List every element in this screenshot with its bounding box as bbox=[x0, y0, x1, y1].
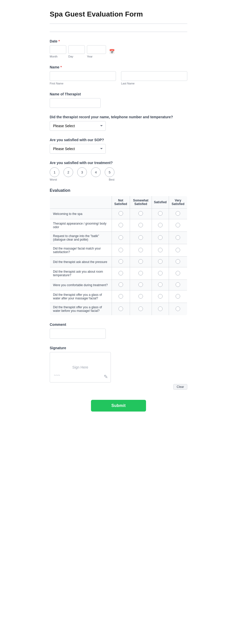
eval-radio-cell[interactable] bbox=[169, 303, 187, 315]
eval-radio-cell[interactable] bbox=[169, 209, 187, 219]
q1-select[interactable]: Please Select Yes No bbox=[50, 121, 106, 131]
eval-radio-cell[interactable] bbox=[130, 303, 152, 315]
eval-radio-cell[interactable] bbox=[112, 232, 130, 244]
radio-circle[interactable] bbox=[138, 211, 143, 216]
radio-circle[interactable] bbox=[118, 211, 123, 216]
radio-circle[interactable] bbox=[118, 282, 123, 287]
eval-radio-cell[interactable] bbox=[152, 219, 169, 232]
eval-radio-cell[interactable] bbox=[152, 209, 169, 219]
radio-circle[interactable] bbox=[138, 294, 143, 299]
submit-button[interactable]: Submit bbox=[91, 400, 146, 412]
radio-circle[interactable] bbox=[118, 259, 123, 264]
rating-item-5: 5 bbox=[105, 167, 114, 177]
signature-canvas[interactable]: ~~~ Sign Here ✎ bbox=[50, 352, 111, 383]
q2-select[interactable]: Please Select Yes No bbox=[50, 144, 106, 154]
eval-radio-cell[interactable] bbox=[112, 219, 130, 232]
eval-radio-cell[interactable] bbox=[169, 257, 187, 267]
eval-radio-cell[interactable] bbox=[130, 244, 152, 257]
rating-circle-2[interactable]: 2 bbox=[63, 167, 73, 177]
radio-circle[interactable] bbox=[176, 211, 180, 216]
last-name-input[interactable] bbox=[121, 71, 187, 81]
rating-circle-1[interactable]: 1 bbox=[50, 167, 59, 177]
rating-circle-4[interactable]: 4 bbox=[91, 167, 101, 177]
radio-circle[interactable] bbox=[158, 271, 163, 275]
eval-radio-cell[interactable] bbox=[152, 244, 169, 257]
name-row: First Name Last Name bbox=[50, 71, 187, 85]
divider bbox=[50, 32, 187, 32]
eval-radio-cell[interactable] bbox=[112, 290, 130, 303]
radio-circle[interactable] bbox=[176, 235, 180, 240]
radio-circle[interactable] bbox=[118, 294, 123, 299]
eval-header-row: Not Satisfied Somewhat Satisfied Satisfi… bbox=[50, 196, 187, 209]
eval-radio-cell[interactable] bbox=[130, 209, 152, 219]
eval-radio-cell[interactable] bbox=[169, 280, 187, 290]
radio-circle[interactable] bbox=[158, 235, 163, 240]
comment-input[interactable] bbox=[50, 329, 106, 339]
eval-radio-cell[interactable] bbox=[112, 209, 130, 219]
radio-circle[interactable] bbox=[138, 271, 143, 275]
radio-circle[interactable] bbox=[138, 282, 143, 287]
eval-row-label: Did the therapist offer you a glass of w… bbox=[50, 303, 112, 315]
eval-radio-cell[interactable] bbox=[152, 232, 169, 244]
radio-circle[interactable] bbox=[118, 223, 123, 227]
rating-item-1: 1 bbox=[50, 167, 59, 177]
radio-circle[interactable] bbox=[138, 235, 143, 240]
radio-circle[interactable] bbox=[158, 306, 163, 311]
radio-circle[interactable] bbox=[118, 248, 123, 252]
name-label: Name * bbox=[50, 65, 187, 69]
rating-worst-label: Worst bbox=[50, 178, 57, 181]
radio-circle[interactable] bbox=[176, 248, 180, 252]
eval-radio-cell[interactable] bbox=[169, 219, 187, 232]
eval-radio-cell[interactable] bbox=[152, 267, 169, 280]
rating-circle-5[interactable]: 5 bbox=[105, 167, 114, 177]
eval-radio-cell[interactable] bbox=[130, 290, 152, 303]
radio-circle[interactable] bbox=[118, 235, 123, 240]
eval-radio-cell[interactable] bbox=[130, 257, 152, 267]
radio-circle[interactable] bbox=[138, 259, 143, 264]
radio-circle[interactable] bbox=[176, 294, 180, 299]
radio-circle[interactable] bbox=[176, 259, 180, 264]
radio-circle[interactable] bbox=[138, 248, 143, 252]
radio-circle[interactable] bbox=[176, 306, 180, 311]
eval-radio-cell[interactable] bbox=[169, 232, 187, 244]
eval-radio-cell[interactable] bbox=[130, 267, 152, 280]
day-input[interactable] bbox=[68, 45, 85, 54]
eval-radio-cell[interactable] bbox=[169, 244, 187, 257]
eval-radio-cell[interactable] bbox=[130, 232, 152, 244]
month-input[interactable] bbox=[50, 45, 66, 54]
first-name-input[interactable] bbox=[50, 71, 116, 81]
radio-circle[interactable] bbox=[158, 223, 163, 227]
radio-circle[interactable] bbox=[176, 282, 180, 287]
eval-radio-cell[interactable] bbox=[152, 303, 169, 315]
eval-radio-cell[interactable] bbox=[112, 267, 130, 280]
eval-radio-cell[interactable] bbox=[152, 257, 169, 267]
comment-section: Comment bbox=[50, 323, 187, 339]
year-input[interactable] bbox=[87, 45, 106, 54]
eval-radio-cell[interactable] bbox=[152, 290, 169, 303]
eval-radio-cell[interactable] bbox=[130, 219, 152, 232]
eval-radio-cell[interactable] bbox=[112, 244, 130, 257]
radio-circle[interactable] bbox=[138, 223, 143, 227]
eval-radio-cell[interactable] bbox=[169, 290, 187, 303]
radio-circle[interactable] bbox=[158, 248, 163, 252]
radio-circle[interactable] bbox=[118, 306, 123, 311]
eval-radio-cell[interactable] bbox=[152, 280, 169, 290]
radio-circle[interactable] bbox=[158, 259, 163, 264]
eval-radio-cell[interactable] bbox=[169, 267, 187, 280]
calendar-icon[interactable]: 📅 bbox=[109, 49, 115, 54]
radio-circle[interactable] bbox=[158, 211, 163, 216]
eval-radio-cell[interactable] bbox=[112, 280, 130, 290]
eval-radio-cell[interactable] bbox=[112, 257, 130, 267]
radio-circle[interactable] bbox=[158, 282, 163, 287]
radio-circle[interactable] bbox=[176, 223, 180, 227]
therapist-input[interactable] bbox=[50, 98, 101, 108]
radio-circle[interactable] bbox=[118, 271, 123, 275]
radio-circle[interactable] bbox=[138, 306, 143, 311]
radio-circle[interactable] bbox=[176, 271, 180, 275]
eval-radio-cell[interactable] bbox=[130, 280, 152, 290]
clear-button[interactable]: Clear bbox=[173, 384, 187, 390]
radio-circle[interactable] bbox=[158, 294, 163, 299]
rating-circle-3[interactable]: 3 bbox=[77, 167, 87, 177]
eval-table: Not Satisfied Somewhat Satisfied Satisfi… bbox=[50, 196, 187, 315]
eval-radio-cell[interactable] bbox=[112, 303, 130, 315]
